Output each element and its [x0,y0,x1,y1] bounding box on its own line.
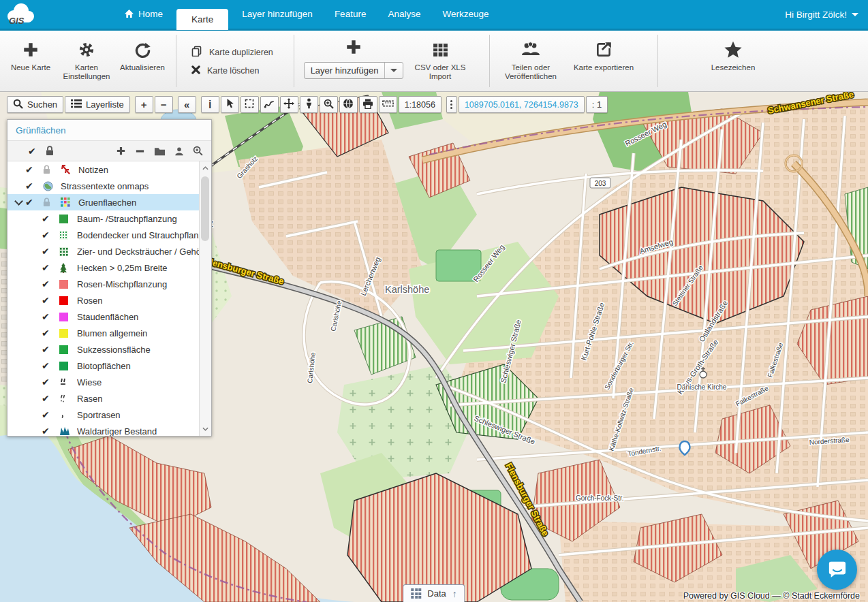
scale-display[interactable]: 1:18056 [399,96,441,113]
ratio-display[interactable]: : 1 [586,96,608,113]
data-grid-toggle[interactable]: Data ↑ [403,584,465,602]
nav-feature[interactable]: Feature [324,0,377,30]
visibility-check-icon[interactable] [42,393,59,404]
visibility-check-icon[interactable] [42,360,59,371]
layer-row-baum-strauch[interactable]: Baum- /Strauchpflanzung [7,210,211,227]
layer-row-notizen[interactable]: Notizen [7,161,200,178]
zoom-out-button[interactable]: − [155,96,173,113]
duplicate-map-button[interactable]: Karte duplizieren [191,46,288,59]
gis-cloud-logo[interactable]: GIS [4,0,40,29]
visibility-check-icon[interactable] [42,213,59,224]
scrollbar-thumb[interactable] [201,176,209,241]
nav-karte[interactable]: Karte [176,9,228,30]
layer-row-waldartig[interactable]: Waldartiger Bestand [7,423,211,436]
red-swatch [59,296,77,305]
layer-row-rosen[interactable]: Rosen [7,292,211,308]
print-button[interactable] [359,96,377,113]
magnify-area-button[interactable] [320,96,338,113]
visibility-check-icon[interactable] [42,328,59,338]
layer-row-gruenflaechen[interactable]: Gruenflaechen [7,194,200,210]
zoom-in-button[interactable]: + [135,96,153,113]
add-layer-dropdown[interactable]: Layer hinzufügen [304,62,404,79]
nav-home[interactable]: Home [113,0,174,30]
collapse-toolbar-button[interactable]: « [178,96,196,113]
layer-row-sportrasen[interactable]: Sportrasen [7,407,211,423]
layer-row-biotop[interactable]: Biotopflächen [7,358,211,374]
map-settings-button[interactable]: Karten Einstellungen [59,31,114,91]
select-pointer-button[interactable] [221,96,239,113]
new-map-button[interactable]: Neue Karte [3,31,59,91]
layer-row-zier-deckstraeucher[interactable]: Zier- und Decksträucher / Gehölze [7,243,211,259]
visibility-check-icon[interactable] [42,262,59,273]
chat-button[interactable] [817,550,857,590]
remove-layer-icon[interactable] [135,148,145,154]
visibility-check-icon[interactable] [25,197,43,208]
panel-title: Grünflächen [7,120,211,141]
export-map-button[interactable]: Karte exportieren [566,31,641,91]
search-button[interactable]: Suchen [7,96,63,113]
yellow-swatch [59,329,77,338]
measure-path-button[interactable] [260,96,279,113]
measure-path-icon [264,99,275,111]
layer-row-blumen[interactable]: Blumen allgemein [7,325,211,341]
add-layer-icon[interactable] [116,146,126,156]
nav-layer-hinzufuegen[interactable]: Layer hinzufügen [231,0,324,30]
divider [489,35,490,87]
visibility-check-icon[interactable] [42,246,59,257]
visibility-check-icon[interactable] [42,377,59,387]
arrow-up-icon: ↑ [452,588,457,599]
layer-row-rasen[interactable]: Rasen [7,390,211,407]
user-menu[interactable]: Hi Birgitt Zölck! [785,10,858,20]
layer-row-bodendecker[interactable]: Bodendecker und Strauchpflanzung [7,227,211,243]
user-icon[interactable] [174,146,184,156]
scale-ruler-icon [382,99,394,110]
chevron-down-icon[interactable] [12,200,25,204]
scale-bar-button[interactable] [379,96,397,113]
layer-row-stauden[interactable]: Staudenflächen [7,308,211,325]
coordinates-display[interactable]: 1089705.0161, 7264154.9873 [459,96,585,113]
info-tool-button[interactable]: i [201,96,219,113]
visibility-check-icon[interactable] [42,344,59,355]
marquee-select-button[interactable] [241,96,259,113]
visibility-check-icon[interactable] [42,426,59,436]
lock-icon [43,165,61,174]
visibility-check-icon[interactable] [42,311,59,322]
zoom-to-layer-icon[interactable] [193,146,203,156]
layer-row-sukzession[interactable]: Sukzessionsfläche [7,341,211,358]
more-options-button[interactable] [446,96,457,113]
close-x-icon [191,65,200,76]
notes-arrows-icon [61,164,78,175]
scroll-down-arrow[interactable] [200,424,211,434]
folder-icon[interactable] [154,146,166,156]
green-swatch [59,215,77,223]
layer-row-wiese[interactable]: Wiese [7,374,211,390]
visibility-check-icon[interactable] [42,295,59,306]
visibility-check-icon[interactable] [42,229,59,240]
gis-cloud-link[interactable]: Powered by GIS Cloud [683,591,770,601]
share-publish-button[interactable]: Teilen oder Veröffentlichen [495,31,566,91]
nav-analyse[interactable]: Analyse [377,0,431,30]
visibility-check-icon[interactable] [25,180,43,191]
chat-bubble-icon [827,560,848,580]
street-view-button[interactable] [300,96,318,113]
nav-werkzeuge[interactable]: Werkzeuge [431,0,499,30]
visibility-check-icon[interactable] [25,164,43,175]
visibility-check-icon[interactable] [42,409,59,420]
layerlist-button[interactable]: Layerliste [65,96,130,113]
check-all-icon[interactable] [28,145,36,157]
layer-row-hecken[interactable]: Hecken > 0,25m Breite [7,259,211,276]
delete-map-button[interactable]: Karte löschen [191,65,288,76]
globe-extent-button[interactable] [339,96,358,113]
layer-row-strassentexte[interactable]: Strassentexte onmaps [7,178,200,194]
scroll-up-arrow[interactable] [200,163,211,174]
grid-icon [411,588,421,599]
refresh-button[interactable]: Aktualisieren [114,31,170,91]
csv-import-button[interactable]: CSV oder XLS Import [407,31,473,91]
pan-button[interactable] [280,96,298,113]
layer-row-rosen-misch[interactable]: Rosen-Mischpflanzung [7,276,211,292]
layer-list-panel: Grünflächen [7,119,212,437]
panel-scrollbar[interactable] [199,161,211,436]
bookmarks-button[interactable]: Lesezeichen [699,31,767,91]
visibility-check-icon[interactable] [42,279,59,289]
lock-icon[interactable] [46,146,54,156]
